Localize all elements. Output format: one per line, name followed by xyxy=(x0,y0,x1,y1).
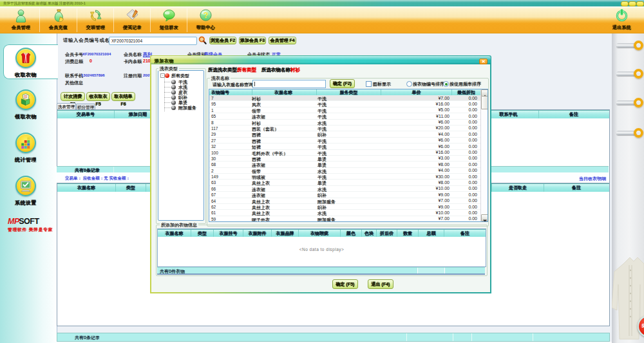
svg-text:?: ? xyxy=(204,11,209,20)
